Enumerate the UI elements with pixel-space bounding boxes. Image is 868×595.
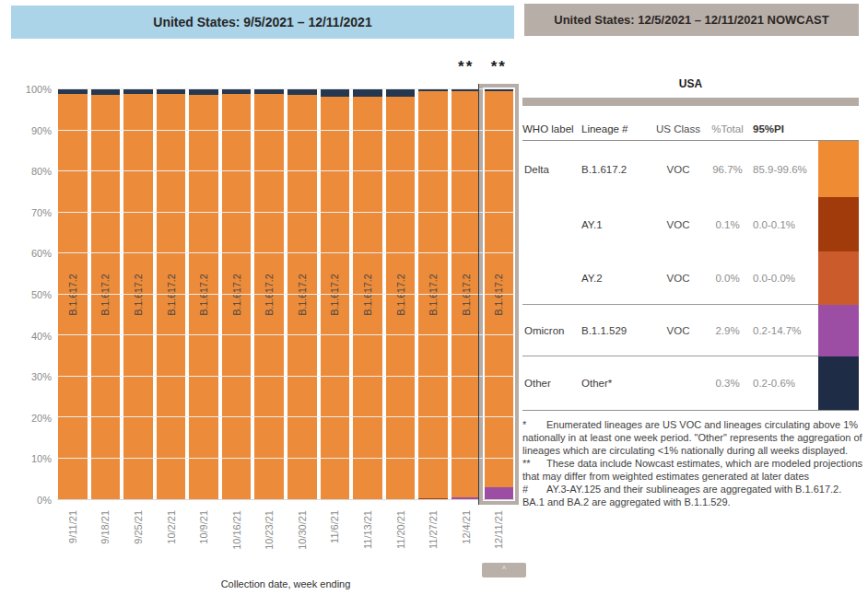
- segment-other[interactable]: [321, 89, 350, 97]
- lineage-value: B.1.617.2: [581, 141, 654, 197]
- lineage-value: B.1.1.529: [581, 305, 654, 356]
- us-class-value: VOC: [654, 305, 702, 356]
- segment-delta[interactable]: [452, 91, 481, 497]
- chart-title-text: United States: 9/5/2021 – 12/11/2021: [153, 15, 371, 29]
- gridline-30: [57, 376, 514, 377]
- x-tick-10/23/21[interactable]: 10/23/21: [254, 507, 284, 573]
- gridline-50: [57, 294, 514, 295]
- x-tick-11/20/21[interactable]: 11/20/21: [386, 507, 416, 573]
- x-tick-10/16/21[interactable]: 10/16/21: [222, 507, 252, 573]
- segment-delta[interactable]: [58, 94, 88, 499]
- bar-11/27/21[interactable]: B.1.617.2: [418, 89, 448, 499]
- nowcast-asterisks: **: [485, 58, 514, 76]
- table-column-headers: WHO label Lineage # US Class %Total 95%P…: [522, 118, 859, 140]
- x-tick-label: 11/20/21: [395, 510, 406, 549]
- segment-omicron[interactable]: [485, 487, 514, 499]
- segment-delta[interactable]: [287, 95, 317, 499]
- x-tick-9/25/21[interactable]: 9/25/21: [123, 507, 153, 573]
- bar-10/2/21[interactable]: B.1.617.2: [157, 89, 186, 499]
- us-class-value: VOC: [654, 251, 702, 305]
- bar-11/20/21[interactable]: B.1.617.2: [386, 89, 416, 499]
- pi-value: 0.2-0.6%: [753, 356, 818, 410]
- x-tick-label: 10/23/21: [264, 510, 275, 550]
- y-tick-70: 70%: [11, 207, 52, 218]
- table-row-ay2[interactable]: AY.2 VOC 0.0% 0.0-0.0%: [522, 251, 859, 305]
- x-tick-10/2/21[interactable]: 10/2/21: [157, 507, 186, 573]
- col-header-lineage: Lineage #: [581, 123, 654, 134]
- x-tick-label: 11/6/21: [329, 510, 340, 543]
- bar-10/16/21[interactable]: B.1.617.2: [222, 89, 252, 499]
- footnote-nowcast: **These data include Nowcast estimates, …: [522, 457, 865, 483]
- who-label: [522, 197, 581, 251]
- color-swatch-ay2[interactable]: [818, 251, 859, 305]
- footnote-enumerated: *Enumerated lineages are US VOC and line…: [522, 418, 865, 457]
- segment-omicron[interactable]: [452, 497, 481, 499]
- bar-10/9/21[interactable]: B.1.617.2: [189, 89, 218, 499]
- table-row-other[interactable]: Other Other* 0.3% 0.2-0.6%: [522, 356, 859, 410]
- x-tick-label: 9/18/21: [100, 510, 111, 544]
- gridline-100: [57, 88, 514, 89]
- chart-panel-title: United States: 9/5/2021 – 12/11/2021: [11, 6, 514, 39]
- segment-delta[interactable]: [157, 94, 186, 499]
- x-tick-11/6/21[interactable]: 11/6/21: [321, 507, 350, 573]
- segment-delta[interactable]: [254, 94, 284, 499]
- segment-delta[interactable]: [418, 91, 448, 498]
- bar-10/23/21[interactable]: B.1.617.2: [254, 89, 284, 499]
- plot-area: B.1.617.2B.1.617.2B.1.617.2B.1.617.2B.1.…: [57, 89, 514, 500]
- table-row-delta-b16172[interactable]: Delta B.1.617.2 VOC 96.7% 85.9-99.6%: [522, 141, 859, 197]
- segment-ay2[interactable]: [418, 498, 448, 499]
- segment-delta[interactable]: [386, 97, 416, 499]
- y-tick-20: 20%: [11, 413, 52, 424]
- x-tick-10/9/21[interactable]: 10/9/21: [189, 507, 218, 573]
- color-swatch-delta[interactable]: [818, 141, 859, 197]
- bar-11/6/21[interactable]: B.1.617.2: [321, 89, 350, 499]
- lineage-value: AY.1: [581, 197, 654, 251]
- color-swatch-omicron[interactable]: [818, 305, 859, 356]
- pi-value: 0.2-14.7%: [753, 305, 818, 356]
- bar-12/4/21[interactable]: B.1.617.2**: [452, 89, 481, 499]
- x-tick-12/4/21[interactable]: 12/4/21: [452, 507, 481, 573]
- us-class-value: VOC: [654, 197, 702, 251]
- segment-other[interactable]: [353, 89, 382, 97]
- x-tick-9/18/21[interactable]: 9/18/21: [91, 507, 121, 573]
- bar-12/11/21[interactable]: B.1.617.2**: [485, 89, 514, 499]
- scroll-up-button[interactable]: ^: [482, 563, 526, 578]
- segment-delta[interactable]: [321, 97, 350, 499]
- bar-9/18/21[interactable]: B.1.617.2: [91, 89, 121, 499]
- x-tick-label: 10/2/21: [166, 510, 177, 544]
- x-tick-9/11/21[interactable]: 9/11/21: [58, 507, 88, 573]
- pi-value: 0.0-0.1%: [753, 197, 818, 251]
- gridline-60: [57, 252, 514, 253]
- y-tick-60: 60%: [11, 248, 52, 259]
- footnotes: *Enumerated lineages are US VOC and line…: [522, 418, 865, 509]
- bar-9/25/21[interactable]: B.1.617.2: [123, 89, 153, 499]
- bar-11/13/21[interactable]: B.1.617.2: [353, 89, 382, 499]
- percent-total-value: 0.0%: [702, 251, 753, 305]
- x-tick-label: 10/16/21: [231, 510, 242, 550]
- table-row-ay1[interactable]: AY.1 VOC 0.1% 0.0-0.1%: [522, 197, 859, 251]
- y-tick-90: 90%: [11, 125, 52, 136]
- segment-delta[interactable]: [222, 94, 252, 499]
- pi-value: 0.0-0.0%: [753, 251, 818, 305]
- bar-10/30/21[interactable]: B.1.617.2: [287, 89, 317, 499]
- color-swatch-other[interactable]: [818, 356, 859, 410]
- segment-other[interactable]: [386, 89, 416, 97]
- x-tick-11/27/21[interactable]: 11/27/21: [418, 507, 448, 573]
- segment-delta[interactable]: [485, 91, 514, 487]
- segment-delta[interactable]: [189, 95, 218, 499]
- region-label: USA: [522, 77, 859, 90]
- y-tick-10: 10%: [11, 453, 52, 464]
- x-tick-10/30/21[interactable]: 10/30/21: [287, 507, 317, 573]
- x-tick-11/13/21[interactable]: 11/13/21: [353, 507, 382, 573]
- table-divider-bar: [522, 98, 859, 106]
- variant-proportions-dashboard: United States: 9/5/2021 – 12/11/2021 Uni…: [0, 0, 868, 595]
- bar-9/11/21[interactable]: B.1.617.2: [58, 89, 88, 499]
- gridline-40: [57, 334, 514, 335]
- y-tick-30: 30%: [11, 371, 52, 382]
- segment-delta[interactable]: [91, 95, 121, 499]
- segment-delta[interactable]: [123, 94, 153, 499]
- table-row-omicron[interactable]: Omicron B.1.1.529 VOC 2.9% 0.2-14.7%: [522, 305, 859, 356]
- gridline-70: [57, 212, 514, 213]
- color-swatch-ay1[interactable]: [818, 197, 859, 251]
- segment-delta[interactable]: [353, 97, 382, 499]
